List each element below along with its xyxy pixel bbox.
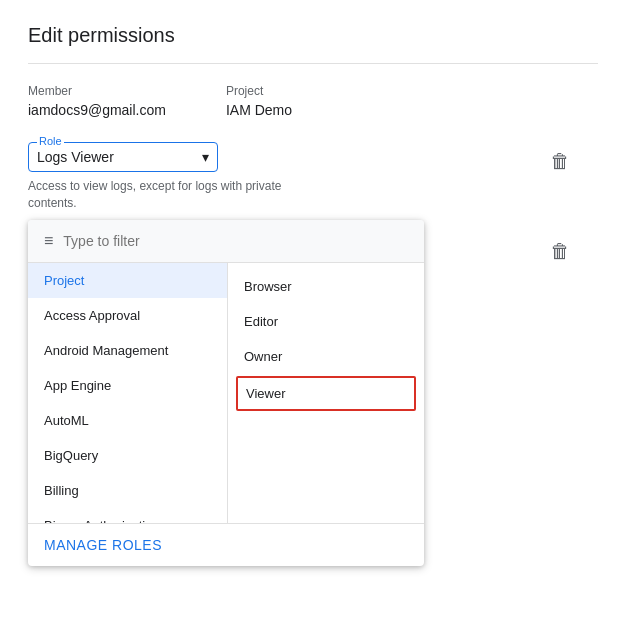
manage-roles-link[interactable]: MANAGE ROLES xyxy=(44,537,162,553)
role-field-wrapper: Role Logs Viewer ▾ Access to view logs, … xyxy=(28,142,328,212)
left-item-bigquery[interactable]: BigQuery xyxy=(28,438,227,473)
left-item-binary-authorization[interactable]: Binary Authorization xyxy=(28,508,227,523)
left-item-automl[interactable]: AutoML xyxy=(28,403,227,438)
selected-role-text: Logs Viewer xyxy=(37,149,114,165)
right-item-editor[interactable]: Editor xyxy=(228,304,424,339)
role-dropdown-panel: ≡ Project Access Approval Android Manage… xyxy=(28,220,424,566)
delete-role-2-button[interactable]: 🗑 xyxy=(550,240,570,263)
manage-roles-footer: MANAGE ROLES xyxy=(28,523,424,566)
page-title: Edit permissions xyxy=(28,24,598,64)
project-field-group: Project IAM Demo xyxy=(226,84,292,118)
member-label: Member xyxy=(28,84,166,98)
member-project-row: Member iamdocs9@gmail.com Project IAM De… xyxy=(28,84,598,118)
member-value: iamdocs9@gmail.com xyxy=(28,102,166,118)
role-field-label: Role xyxy=(37,135,64,147)
dropdown-arrow-icon: ▾ xyxy=(202,149,209,165)
left-item-access-approval[interactable]: Access Approval xyxy=(28,298,227,333)
right-item-browser[interactable]: Browser xyxy=(228,269,424,304)
project-label: Project xyxy=(226,84,292,98)
role-select-dropdown[interactable]: Logs Viewer ▾ xyxy=(37,145,209,165)
filter-row: ≡ xyxy=(28,220,424,263)
left-item-project[interactable]: Project xyxy=(28,263,227,298)
member-field-group: Member iamdocs9@gmail.com xyxy=(28,84,166,118)
page-container: Edit permissions Member iamdocs9@gmail.c… xyxy=(0,0,626,626)
project-value: IAM Demo xyxy=(226,102,292,118)
left-item-billing[interactable]: Billing xyxy=(28,473,227,508)
right-item-owner[interactable]: Owner xyxy=(228,339,424,374)
filter-icon: ≡ xyxy=(44,232,53,250)
filter-input[interactable] xyxy=(63,233,408,249)
right-item-viewer[interactable]: Viewer xyxy=(236,376,416,411)
delete-role-1-button[interactable]: 🗑 xyxy=(550,150,570,173)
role-description: Access to view logs, except for logs wit… xyxy=(28,178,308,212)
first-role-row: Role Logs Viewer ▾ Access to view logs, … xyxy=(28,142,598,212)
right-column: Browser Editor Owner Viewer xyxy=(228,263,424,523)
left-item-app-engine[interactable]: App Engine xyxy=(28,368,227,403)
dropdown-lists: Project Access Approval Android Manageme… xyxy=(28,263,424,523)
left-column: Project Access Approval Android Manageme… xyxy=(28,263,228,523)
left-item-android-management[interactable]: Android Management xyxy=(28,333,227,368)
